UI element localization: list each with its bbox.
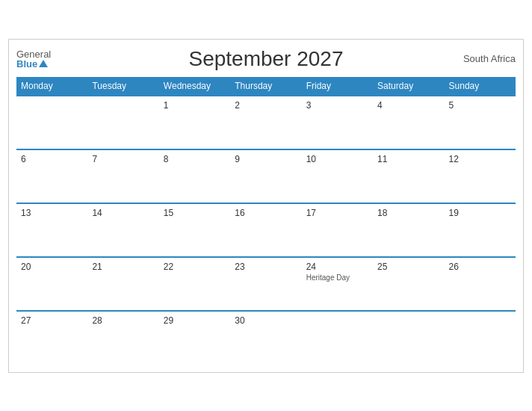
day-number: 12	[449, 154, 511, 164]
day-number: 22	[164, 262, 226, 272]
weekday-header-thursday: Thursday	[230, 77, 301, 96]
calendar-week-row: 12345	[16, 96, 516, 149]
day-number: 5	[449, 100, 511, 111]
calendar-day-cell: 15	[159, 203, 230, 257]
calendar-day-cell: 18	[373, 203, 444, 257]
calendar-day-cell: 21	[87, 257, 158, 311]
day-number: 16	[235, 208, 297, 218]
logo: General Blue	[16, 49, 51, 69]
calendar-day-cell: 23	[230, 257, 301, 311]
calendar-day-cell: 30	[230, 311, 301, 365]
calendar-week-row: 2021222324Heritage Day2526	[16, 257, 516, 311]
day-number: 6	[21, 154, 83, 164]
calendar-day-cell	[302, 311, 373, 365]
calendar-grid: MondayTuesdayWednesdayThursdayFridaySatu…	[16, 77, 516, 365]
country-label: South Africa	[463, 53, 516, 64]
day-number: 4	[377, 100, 439, 111]
day-number: 2	[235, 100, 297, 111]
day-number: 30	[235, 315, 297, 326]
calendar-week-row: 27282930	[16, 311, 516, 365]
day-number: 9	[235, 154, 297, 164]
calendar-day-cell: 17	[302, 203, 373, 257]
calendar-day-cell: 29	[159, 311, 230, 365]
day-number: 7	[92, 154, 154, 164]
calendar-day-cell: 25	[373, 257, 444, 311]
calendar-container: General Blue September 2027 South Africa…	[8, 39, 524, 373]
logo-triangle-icon	[39, 60, 48, 67]
day-number: 20	[21, 262, 83, 272]
calendar-day-cell: 8	[159, 149, 230, 203]
day-number: 17	[306, 208, 368, 218]
calendar-day-cell: 24Heritage Day	[302, 257, 373, 311]
calendar-day-cell: 7	[87, 149, 158, 203]
calendar-week-row: 13141516171819	[16, 203, 516, 257]
calendar-day-cell: 2	[230, 96, 301, 149]
calendar-day-cell	[373, 311, 444, 365]
day-number: 13	[21, 208, 83, 218]
calendar-day-cell: 1	[159, 96, 230, 149]
weekday-header-tuesday: Tuesday	[87, 77, 158, 96]
calendar-day-cell	[445, 311, 516, 365]
weekday-header-friday: Friday	[302, 77, 373, 96]
calendar-day-cell: 11	[373, 149, 444, 203]
calendar-day-cell: 26	[445, 257, 516, 311]
day-number: 14	[92, 208, 154, 218]
calendar-day-cell: 6	[16, 149, 87, 203]
calendar-day-cell: 19	[445, 203, 516, 257]
calendar-day-cell: 16	[230, 203, 301, 257]
logo-blue-text: Blue	[16, 59, 37, 69]
day-number: 27	[21, 315, 83, 326]
weekday-header-sunday: Sunday	[445, 77, 516, 96]
day-number: 21	[92, 262, 154, 272]
weekday-header-saturday: Saturday	[373, 77, 444, 96]
day-number: 15	[164, 208, 226, 218]
day-number: 26	[449, 262, 511, 272]
calendar-day-cell: 10	[302, 149, 373, 203]
calendar-day-cell: 12	[445, 149, 516, 203]
day-number: 19	[449, 208, 511, 218]
day-number: 28	[92, 315, 154, 326]
calendar-day-cell: 3	[302, 96, 373, 149]
calendar-day-cell: 14	[87, 203, 158, 257]
day-number: 11	[377, 154, 439, 164]
calendar-day-cell: 4	[373, 96, 444, 149]
month-title: September 2027	[188, 47, 343, 71]
calendar-header: General Blue September 2027 South Africa	[16, 47, 516, 71]
calendar-day-cell: 9	[230, 149, 301, 203]
calendar-day-cell: 28	[87, 311, 158, 365]
weekday-header-wednesday: Wednesday	[159, 77, 230, 96]
day-number: 29	[164, 315, 226, 326]
day-number: 25	[377, 262, 439, 272]
day-number: 1	[164, 100, 226, 111]
day-number: 10	[306, 154, 368, 164]
day-number: 3	[306, 100, 368, 111]
calendar-day-cell	[87, 96, 158, 149]
logo-general-text: General	[16, 49, 51, 59]
weekday-header-monday: Monday	[16, 77, 87, 96]
calendar-day-cell: 27	[16, 311, 87, 365]
calendar-day-cell: 20	[16, 257, 87, 311]
calendar-day-cell: 22	[159, 257, 230, 311]
weekday-header-row: MondayTuesdayWednesdayThursdayFridaySatu…	[16, 77, 516, 96]
day-number: 23	[235, 262, 297, 272]
day-number: 24	[306, 262, 368, 272]
day-number: 18	[377, 208, 439, 218]
calendar-day-cell	[16, 96, 87, 149]
holiday-label: Heritage Day	[306, 274, 368, 282]
calendar-week-row: 6789101112	[16, 149, 516, 203]
day-number: 8	[164, 154, 226, 164]
calendar-day-cell: 5	[445, 96, 516, 149]
calendar-day-cell: 13	[16, 203, 87, 257]
